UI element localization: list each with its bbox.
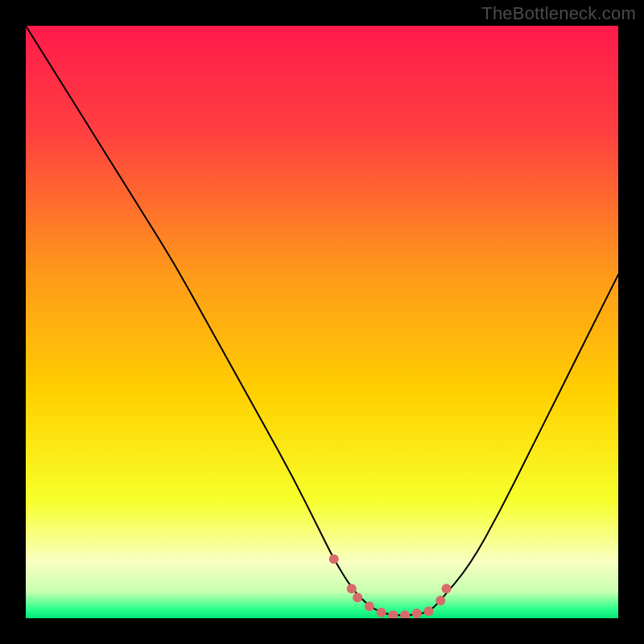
marker-dot <box>347 584 357 593</box>
marker-dot <box>436 596 445 605</box>
marker-dot <box>412 609 422 618</box>
bottleneck-chart <box>26 26 618 618</box>
marker-dot <box>365 601 374 611</box>
chart-background <box>26 26 618 618</box>
marker-dot <box>442 584 452 593</box>
marker-dot <box>329 554 339 564</box>
marker-dot <box>423 606 433 616</box>
marker-dot <box>377 608 386 617</box>
watermark-text: TheBottleneck.com <box>481 3 636 24</box>
marker-dot <box>353 592 362 602</box>
chart-container: TheBottleneck.com <box>0 0 644 644</box>
